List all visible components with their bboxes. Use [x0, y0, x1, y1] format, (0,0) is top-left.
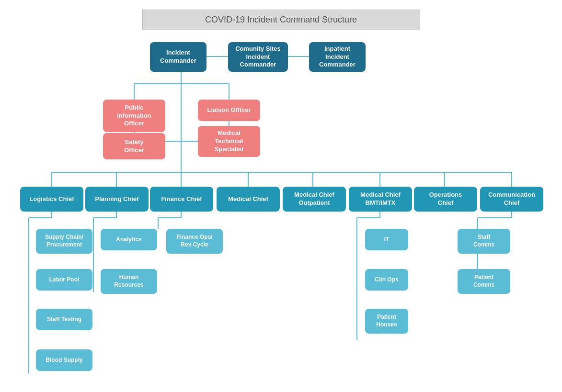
finance-chief-node[interactable]: Finance Chief — [150, 187, 213, 212]
blood-supply-node[interactable]: Blood Supply — [36, 349, 92, 371]
it-node[interactable]: IT — [365, 229, 408, 250]
chart-container: COVID-19 Incident Command Structure — [0, 0, 562, 392]
patient-comms-node[interactable]: Patient Comms — [458, 269, 510, 294]
staff-testing-node[interactable]: Staff Testing — [36, 309, 92, 330]
operations-chief-node[interactable]: Operations Chief — [414, 187, 477, 212]
community-sites-node[interactable]: Comunity Sites Incident Commander — [228, 42, 288, 72]
medical-chief-node[interactable]: Medical Chief — [217, 187, 280, 212]
staff-comms-node[interactable]: Staff Comms — [458, 229, 510, 254]
finance-ops-node[interactable]: Finance Ops/ Rev Cycle — [166, 229, 223, 254]
planning-chief-node[interactable]: Planning Chief — [85, 187, 149, 212]
patient-houses-node[interactable]: Patient Houses — [365, 309, 408, 334]
labor-pool-node[interactable]: Labor Pool — [36, 269, 92, 291]
medical-chief-bmt-node[interactable]: Medical Chief BMT/IMTX — [349, 187, 412, 212]
logistics-chief-node[interactable]: Logistics Chief — [20, 187, 83, 212]
medical-tech-node[interactable]: Medical Technical Specialist — [198, 126, 260, 157]
liaison-officer-node[interactable]: Liaison Officer — [198, 100, 260, 121]
communication-chief-node[interactable]: Communication Chief — [480, 187, 543, 212]
safety-officer-node[interactable]: Safety Officer — [103, 133, 165, 159]
incident-commander-node[interactable]: Incident Commander — [150, 42, 206, 72]
public-info-node[interactable]: Public Information Officer — [103, 100, 165, 132]
human-resources-node[interactable]: Human Resources — [101, 269, 157, 294]
inpatient-commander-node[interactable]: Inpatient Incident Commander — [309, 42, 366, 72]
clin-ops-node[interactable]: Clin Ops — [365, 269, 408, 291]
supply-chain-node[interactable]: Supply Chain/ Procurement — [36, 229, 92, 254]
medical-chief-outpatient-node[interactable]: Medical Chief Outpatient — [283, 187, 346, 212]
analytics-node[interactable]: Analytics — [101, 229, 157, 250]
chart-title: COVID-19 Incident Command Structure — [142, 10, 420, 30]
